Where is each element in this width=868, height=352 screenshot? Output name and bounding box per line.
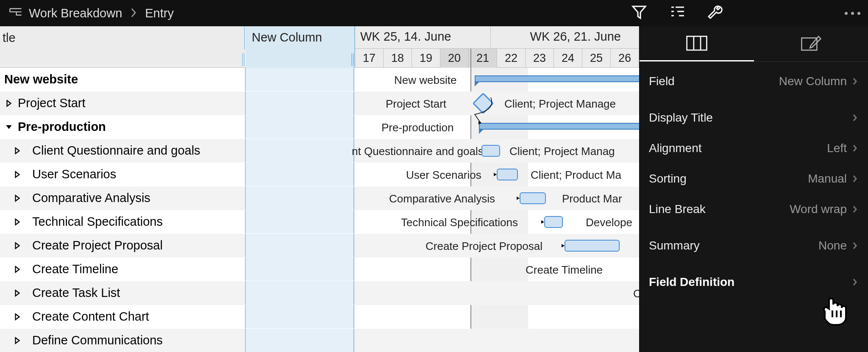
task-row[interactable]: New website <box>0 68 355 91</box>
caret-right-icon[interactable] <box>13 194 22 203</box>
inspector-label: Sorting <box>649 172 687 186</box>
outline-icon[interactable] <box>669 4 686 22</box>
new-column-cell[interactable] <box>245 329 354 352</box>
caret-right-icon[interactable] <box>13 241 22 250</box>
day-cell-20[interactable]: 20 <box>440 49 469 68</box>
gantt-resource-label: Develope <box>586 216 632 229</box>
breadcrumb-item-1[interactable]: Work Breakdown <box>29 6 122 20</box>
caret-right-icon[interactable] <box>13 288 22 298</box>
inspector-tab-edit[interactable] <box>754 26 868 61</box>
week-cell-2[interactable]: WK 26, 21. June <box>491 26 639 49</box>
chevron-right-icon <box>851 172 859 186</box>
caret-down-icon[interactable] <box>4 122 14 132</box>
caret-right-icon[interactable] <box>13 170 22 179</box>
column-title[interactable]: tle <box>0 26 245 50</box>
week-cell-1[interactable]: WK 25, 14. June <box>355 26 491 49</box>
task-outline[interactable]: New websiteProject StartPre-productionCl… <box>0 68 355 352</box>
task-row[interactable]: Create Task List <box>0 281 355 305</box>
gantt-task-bar[interactable] <box>481 145 500 157</box>
task-title: Pre-production <box>18 120 106 134</box>
task-title: Project Start <box>18 96 86 110</box>
task-row[interactable]: Create Project Proposal <box>0 234 355 258</box>
new-column-cell[interactable] <box>245 139 354 162</box>
gantt-row[interactable] <box>355 281 639 305</box>
gantt-task-label: Comparative Analysis <box>389 192 495 205</box>
inspector-label: Alignment <box>649 141 702 155</box>
day-cell-17[interactable]: 17 <box>355 49 384 68</box>
task-title: Create Timeline <box>32 262 118 276</box>
day-cell-22[interactable]: 22 <box>497 49 526 68</box>
new-column-cell[interactable] <box>245 163 354 186</box>
inspector-row-display-title[interactable]: Display Title <box>640 103 868 133</box>
caret-right-icon[interactable] <box>4 99 14 108</box>
new-column-cell[interactable] <box>245 258 354 281</box>
new-column-cell[interactable] <box>245 186 354 210</box>
day-cell-19[interactable]: 19 <box>412 49 440 68</box>
breadcrumb-separator-icon <box>131 6 136 20</box>
task-row[interactable]: Define Communications <box>0 329 355 352</box>
gantt-row[interactable] <box>355 305 639 329</box>
inspector-row-line-break[interactable]: Line BreakWord wrap <box>640 194 868 225</box>
task-row[interactable]: Client Questionnaire and goals <box>0 139 355 163</box>
gantt-chart[interactable]: >> New websiteProject StartClient; Proje… <box>355 68 639 352</box>
new-column-cell[interactable] <box>245 68 354 91</box>
inspector-label: Field <box>649 75 675 88</box>
task-row[interactable]: Pre-production <box>0 115 355 139</box>
more-icon[interactable] <box>845 12 860 15</box>
gantt-task-bar[interactable] <box>497 169 518 180</box>
inspector-row-sorting[interactable]: SortingManual <box>640 164 868 194</box>
day-cell-26[interactable]: 26 <box>611 49 639 68</box>
task-row[interactable]: Project Start <box>0 91 355 115</box>
gantt-resource-label: Client; Product Ma <box>531 169 621 182</box>
gantt-row[interactable] <box>355 329 639 352</box>
inspector-row-alignment[interactable]: AlignmentLeft <box>640 133 868 164</box>
breadcrumb-item-2[interactable]: Entry <box>145 6 174 20</box>
caret-right-icon[interactable] <box>13 217 22 227</box>
caret-right-icon[interactable] <box>13 146 22 155</box>
new-column-cell[interactable] <box>245 210 354 233</box>
new-column-cell[interactable] <box>245 281 354 305</box>
inspector-row-summary[interactable]: SummaryNone <box>640 230 868 261</box>
task-title: New website <box>4 72 78 86</box>
task-title: User Scenarios <box>32 167 116 181</box>
gantt-task-label: Technical Specifications <box>401 216 518 229</box>
task-row[interactable]: Create Timeline <box>0 258 355 281</box>
day-cell-23[interactable]: 23 <box>526 49 554 68</box>
filter-icon[interactable] <box>631 4 648 22</box>
task-row[interactable]: User Scenarios <box>0 163 355 186</box>
timeline-header[interactable]: WK 25, 14. June WK 26, 21. June 17181920… <box>355 26 639 68</box>
gantt-task-bar[interactable] <box>544 216 563 228</box>
new-column-cell[interactable] <box>245 234 354 257</box>
chevron-right-icon <box>851 239 859 252</box>
wrench-icon[interactable] <box>707 4 724 22</box>
inspector-tab-columns[interactable] <box>640 26 754 61</box>
inspector-label: Summary <box>649 239 700 252</box>
day-cell-25[interactable]: 25 <box>582 49 611 68</box>
gantt-task-bar[interactable] <box>520 192 546 204</box>
inspector-row-field[interactable]: FieldNew Column <box>640 66 868 97</box>
day-cell-24[interactable]: 24 <box>554 49 582 68</box>
column-resize-handle[interactable] <box>242 53 245 66</box>
gantt-task-label: User Scenarios <box>406 169 481 182</box>
new-column-cell[interactable] <box>245 115 354 139</box>
caret-right-icon[interactable] <box>13 312 22 322</box>
new-column-cell[interactable] <box>245 91 354 115</box>
new-column-cell[interactable] <box>245 305 354 328</box>
caret-right-icon[interactable] <box>13 265 22 274</box>
task-row[interactable]: Comparative Analysis <box>0 186 355 210</box>
task-row[interactable]: Technical Specifications <box>0 210 355 234</box>
gantt-task-label: Pre-production <box>381 121 454 134</box>
gantt-task-label: Create Timeline <box>526 263 603 277</box>
column-resize-handle-2[interactable] <box>351 53 354 66</box>
app-logo-icon <box>8 6 23 20</box>
day-cell-21[interactable]: 21 <box>469 49 497 68</box>
chevron-right-icon <box>851 111 859 125</box>
inspector-panel: FieldNew ColumnDisplay TitleAlignmentLef… <box>639 26 868 352</box>
gantt-task-bar[interactable] <box>565 240 620 252</box>
column-header: tle New Column WK 25, 14. June WK 26, 21… <box>0 26 639 68</box>
column-new[interactable]: New Column <box>246 26 355 68</box>
day-cell-18[interactable]: 18 <box>384 49 412 68</box>
caret-right-icon[interactable] <box>13 336 22 345</box>
task-row[interactable]: Create Content Chart <box>0 305 355 329</box>
inspector-row-field-definition[interactable]: Field Definition <box>640 267 868 297</box>
